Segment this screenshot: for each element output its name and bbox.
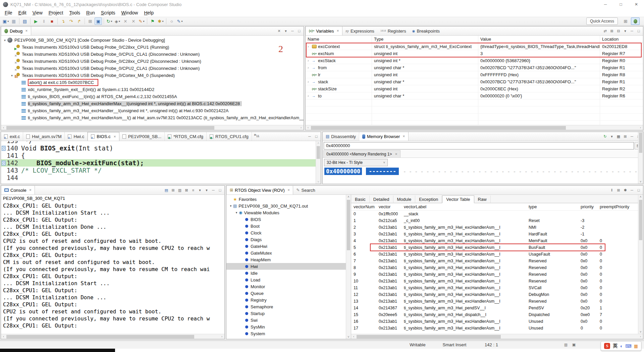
scroll-right-icon[interactable]: › — [638, 126, 643, 129]
probe-disconnect-2-button[interactable]: ✕ — [130, 17, 137, 25]
rov-tree-row-boot[interactable]: Boot — [226, 223, 351, 229]
close-button[interactable]: ✕ — [629, 0, 644, 9]
scroll-down-icon[interactable]: ˅ — [346, 335, 351, 339]
launch-flag-button[interactable]: ⚑ — [149, 17, 156, 25]
column-header-type[interactable]: Type — [372, 36, 478, 43]
scroll-down-icon[interactable]: ˅ — [316, 180, 321, 183]
scroll-left-icon[interactable]: ‹ — [1, 335, 6, 338]
expander-icon[interactable]: › — [308, 80, 312, 84]
vector-table-hscrollbar[interactable]: ‹ › — [351, 334, 643, 339]
tab-breakpoints[interactable]: ◉Breakpoints — [409, 27, 443, 35]
console-hscrollbar[interactable]: ‹ › — [1, 334, 224, 339]
expander-icon[interactable]: ▾ — [228, 204, 233, 208]
tab-raw[interactable]: Raw — [474, 195, 491, 203]
expander-icon[interactable]: › — [308, 65, 312, 70]
minimize-button[interactable]: ─ — [598, 0, 613, 9]
memory-data-row[interactable]: 0x40000000 -------- --------------------… — [323, 167, 643, 176]
ime-toolbox-icon[interactable]: ▦ — [634, 344, 638, 349]
menu-tools[interactable]: Tools — [66, 9, 83, 16]
overview-icon[interactable]: ▥ — [563, 342, 569, 348]
column-header-type[interactable]: type — [526, 204, 578, 209]
editor-tab-pe1vp008sb[interactable]: PE1VP008_SB... — [119, 132, 165, 141]
tab-disassembly[interactable]: ▤ Disassembly — [323, 132, 359, 141]
refresh-menu-icon[interactable]: ▾ — [609, 133, 615, 139]
expander-icon[interactable]: › — [308, 58, 312, 62]
rov-tree-row-sysmin[interactable]: SysMin — [226, 323, 351, 330]
clear-console-icon[interactable]: ⊠ — [183, 187, 190, 193]
menu-project[interactable]: Project — [46, 9, 66, 16]
view-menu-icon[interactable]: ▾ — [283, 28, 289, 34]
code-line-141[interactable]: 141{ — [1, 152, 321, 159]
tab-memory-browser[interactable]: Memory Browser ✕ — [359, 132, 409, 141]
ccs-debug-perspective-button[interactable] — [631, 17, 640, 25]
expander-icon[interactable]: ▾ — [2, 39, 7, 42]
editor-tab-exitc[interactable]: cexit.c — [1, 132, 23, 141]
rov-tree-vscrollbar[interactable]: ˄ ˅ — [346, 195, 351, 339]
annotate-pen-button[interactable]: ✎▾ — [176, 17, 183, 25]
menu-file[interactable]: File — [2, 9, 15, 16]
vector-table-vscrollbar[interactable]: ˄ ˅ — [638, 195, 643, 334]
sogou-logo-icon[interactable]: S — [604, 343, 610, 349]
maximize-icon[interactable]: □ — [217, 187, 223, 193]
maximize-button[interactable]: □ — [613, 0, 629, 9]
show-logical-structure-icon[interactable]: ⊞ — [609, 28, 615, 34]
menu-view[interactable]: View — [30, 9, 46, 16]
vector-row-3[interactable]: 30x213ab1ti_sysbios_family_arm_m3_Hwi_ex… — [351, 231, 643, 237]
editor-tab-rtoscmcfg[interactable]: ◆*RTOS_CM.cfg — [165, 132, 207, 141]
vector-row-7[interactable]: 70x213ab1ti_sysbios_family_arm_m3_Hwi_ex… — [351, 258, 643, 264]
rov-tree-row-heapmem[interactable]: HeapMem — [226, 256, 351, 263]
tab-console[interactable]: Console ✕ — [1, 186, 35, 194]
tab-registers[interactable]: 1010Registers — [377, 27, 409, 35]
scroll-left-icon[interactable]: ‹ — [1, 126, 6, 129]
vector-row-1[interactable]: 10x212ca5_c_int00Reset-3 — [351, 217, 643, 224]
pin-console-icon[interactable]: ⊞ — [170, 187, 176, 193]
tab-overflow-button[interactable]: »11 — [254, 132, 260, 141]
rov-tree-row-diags[interactable]: Diags — [226, 236, 351, 243]
expander-icon[interactable]: › — [308, 44, 312, 48]
code-editor[interactable]: 139 */140Void BIOS_exit(Int stat)141{142… — [1, 141, 321, 184]
vector-row-11[interactable]: 110x213ab1ti_sysbios_family_arm_m3_Hwi_e… — [351, 284, 643, 291]
memory-address-cell[interactable]: 0x40000000 — [324, 168, 362, 175]
tab-debug[interactable]: Debug ✕ — [1, 27, 31, 35]
ccs-debug-view-button[interactable]: ▣ — [95, 17, 102, 25]
column-header-name[interactable]: Name — [306, 36, 372, 43]
scroll-down-icon[interactable]: ˅ — [638, 330, 643, 334]
vector-row-4[interactable]: 40x213ab1ti_sysbios_family_arm_m3_Hwi_ex… — [351, 237, 643, 244]
menu-window[interactable]: Window — [118, 9, 141, 16]
tab-rov[interactable]: ⊞ RTOS Object View (ROV) ✕ — [226, 186, 293, 194]
scrollbar-thumb[interactable] — [311, 126, 566, 130]
rov-tree-row-startup[interactable]: Startup — [226, 310, 351, 317]
tab-expressions[interactable]: xyExpressions — [342, 27, 377, 35]
scroll-up-icon[interactable]: ˄ — [346, 195, 351, 199]
minimize-icon[interactable]: ─ — [629, 187, 635, 193]
rov-tree-row-hwi[interactable]: Hwi — [226, 263, 351, 270]
column-header-preemptpriority[interactable]: preemptPriority — [597, 204, 630, 209]
close-icon[interactable]: ✕ — [287, 188, 290, 192]
expander-icon[interactable]: ▾ — [9, 74, 14, 77]
rov-tree-row-bios[interactable]: BIOS — [226, 216, 351, 223]
variable-row[interactable]: ›→stackunsigned char *0x00207BCD "\277\3… — [306, 78, 643, 85]
vector-row-16[interactable]: 160x213ab1ti_sysbios_family_arm_m3_Hwi_e… — [351, 318, 643, 325]
rov-tree-row-swi[interactable]: Swi — [226, 317, 351, 323]
new-console-menu-icon[interactable]: ▾ — [204, 187, 210, 193]
scroll-down-icon[interactable]: ˅ — [638, 180, 643, 183]
close-icon[interactable]: ✕ — [29, 188, 32, 192]
maximize-icon[interactable]: □ — [296, 28, 302, 34]
expander-icon[interactable]: › — [308, 94, 312, 98]
rov-tree-row-load[interactable]: Load — [226, 276, 351, 283]
scroll-left-icon[interactable]: ‹ — [306, 126, 311, 129]
debug-tree-row[interactable]: ti_sysbios_family_arm_m3_Hwi_excHandlerA… — [1, 114, 304, 121]
menu-edit[interactable]: Edit — [15, 9, 30, 16]
column-header-vectornum[interactable]: vectorNum — [351, 204, 376, 209]
ime-mode-icon[interactable]: ◐ — [620, 344, 623, 349]
editor-vscrollbar[interactable]: ˄ ˅ — [316, 141, 321, 184]
target-config-button[interactable]: ▤ — [21, 17, 29, 25]
remove-terminated-icon[interactable]: ✕ — [276, 28, 282, 34]
open-console-icon[interactable]: ▤ — [163, 187, 169, 193]
notification-icon[interactable]: ▣ — [571, 342, 577, 348]
maximize-icon[interactable]: □ — [313, 133, 319, 139]
editor-tab-hwiasmsv7m[interactable]: Hwi_asm.sv7M — [23, 132, 65, 141]
suspend-button[interactable]: ‖ — [40, 17, 48, 25]
variable-row[interactable]: ›→fromunsigned char *0x00207BCD "\277\37… — [306, 64, 643, 71]
quick-access-button[interactable]: Quick Access — [586, 17, 618, 25]
